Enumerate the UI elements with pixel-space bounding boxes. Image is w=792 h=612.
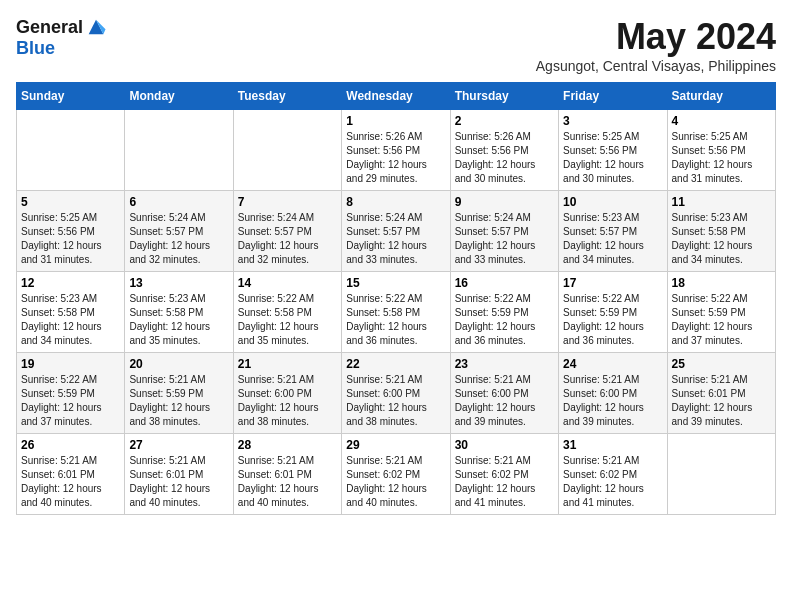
day-info: Sunrise: 5:22 AM Sunset: 5:59 PM Dayligh… — [563, 292, 662, 348]
day-info: Sunrise: 5:21 AM Sunset: 6:00 PM Dayligh… — [346, 373, 445, 429]
day-number: 27 — [129, 438, 228, 452]
day-number: 1 — [346, 114, 445, 128]
calendar-cell: 29Sunrise: 5:21 AM Sunset: 6:02 PM Dayli… — [342, 434, 450, 515]
day-number: 29 — [346, 438, 445, 452]
day-number: 21 — [238, 357, 337, 371]
day-info: Sunrise: 5:21 AM Sunset: 6:02 PM Dayligh… — [563, 454, 662, 510]
day-number: 17 — [563, 276, 662, 290]
column-header-tuesday: Tuesday — [233, 83, 341, 110]
calendar-cell: 2Sunrise: 5:26 AM Sunset: 5:56 PM Daylig… — [450, 110, 558, 191]
calendar-cell: 12Sunrise: 5:23 AM Sunset: 5:58 PM Dayli… — [17, 272, 125, 353]
column-header-sunday: Sunday — [17, 83, 125, 110]
calendar-header-row: SundayMondayTuesdayWednesdayThursdayFrid… — [17, 83, 776, 110]
calendar-cell: 22Sunrise: 5:21 AM Sunset: 6:00 PM Dayli… — [342, 353, 450, 434]
day-info: Sunrise: 5:21 AM Sunset: 6:01 PM Dayligh… — [672, 373, 771, 429]
day-info: Sunrise: 5:26 AM Sunset: 5:56 PM Dayligh… — [455, 130, 554, 186]
day-info: Sunrise: 5:21 AM Sunset: 6:00 PM Dayligh… — [455, 373, 554, 429]
day-number: 30 — [455, 438, 554, 452]
day-info: Sunrise: 5:26 AM Sunset: 5:56 PM Dayligh… — [346, 130, 445, 186]
day-number: 2 — [455, 114, 554, 128]
day-number: 6 — [129, 195, 228, 209]
day-number: 11 — [672, 195, 771, 209]
day-info: Sunrise: 5:23 AM Sunset: 5:58 PM Dayligh… — [129, 292, 228, 348]
day-info: Sunrise: 5:25 AM Sunset: 5:56 PM Dayligh… — [563, 130, 662, 186]
calendar-cell: 28Sunrise: 5:21 AM Sunset: 6:01 PM Dayli… — [233, 434, 341, 515]
day-number: 25 — [672, 357, 771, 371]
column-header-monday: Monday — [125, 83, 233, 110]
calendar-cell: 4Sunrise: 5:25 AM Sunset: 5:56 PM Daylig… — [667, 110, 775, 191]
day-number: 23 — [455, 357, 554, 371]
day-info: Sunrise: 5:22 AM Sunset: 5:58 PM Dayligh… — [346, 292, 445, 348]
day-number: 18 — [672, 276, 771, 290]
day-number: 8 — [346, 195, 445, 209]
day-number: 24 — [563, 357, 662, 371]
day-info: Sunrise: 5:21 AM Sunset: 6:01 PM Dayligh… — [129, 454, 228, 510]
calendar-cell: 30Sunrise: 5:21 AM Sunset: 6:02 PM Dayli… — [450, 434, 558, 515]
column-header-wednesday: Wednesday — [342, 83, 450, 110]
calendar-cell: 26Sunrise: 5:21 AM Sunset: 6:01 PM Dayli… — [17, 434, 125, 515]
day-info: Sunrise: 5:25 AM Sunset: 5:56 PM Dayligh… — [21, 211, 120, 267]
day-number: 7 — [238, 195, 337, 209]
calendar-cell: 27Sunrise: 5:21 AM Sunset: 6:01 PM Dayli… — [125, 434, 233, 515]
day-number: 16 — [455, 276, 554, 290]
calendar-cell: 20Sunrise: 5:21 AM Sunset: 5:59 PM Dayli… — [125, 353, 233, 434]
calendar-cell: 11Sunrise: 5:23 AM Sunset: 5:58 PM Dayli… — [667, 191, 775, 272]
day-info: Sunrise: 5:22 AM Sunset: 5:58 PM Dayligh… — [238, 292, 337, 348]
day-info: Sunrise: 5:25 AM Sunset: 5:56 PM Dayligh… — [672, 130, 771, 186]
day-info: Sunrise: 5:24 AM Sunset: 5:57 PM Dayligh… — [455, 211, 554, 267]
calendar-cell: 3Sunrise: 5:25 AM Sunset: 5:56 PM Daylig… — [559, 110, 667, 191]
day-number: 5 — [21, 195, 120, 209]
day-info: Sunrise: 5:21 AM Sunset: 6:01 PM Dayligh… — [21, 454, 120, 510]
day-number: 10 — [563, 195, 662, 209]
column-header-thursday: Thursday — [450, 83, 558, 110]
calendar-cell: 13Sunrise: 5:23 AM Sunset: 5:58 PM Dayli… — [125, 272, 233, 353]
day-number: 31 — [563, 438, 662, 452]
calendar-week-row: 19Sunrise: 5:22 AM Sunset: 5:59 PM Dayli… — [17, 353, 776, 434]
calendar-cell: 6Sunrise: 5:24 AM Sunset: 5:57 PM Daylig… — [125, 191, 233, 272]
calendar-cell: 8Sunrise: 5:24 AM Sunset: 5:57 PM Daylig… — [342, 191, 450, 272]
day-number: 9 — [455, 195, 554, 209]
calendar-cell: 18Sunrise: 5:22 AM Sunset: 5:59 PM Dayli… — [667, 272, 775, 353]
day-info: Sunrise: 5:23 AM Sunset: 5:58 PM Dayligh… — [21, 292, 120, 348]
logo-blue-text: Blue — [16, 38, 55, 59]
day-info: Sunrise: 5:22 AM Sunset: 5:59 PM Dayligh… — [455, 292, 554, 348]
day-info: Sunrise: 5:21 AM Sunset: 5:59 PM Dayligh… — [129, 373, 228, 429]
calendar-cell: 15Sunrise: 5:22 AM Sunset: 5:58 PM Dayli… — [342, 272, 450, 353]
calendar-cell: 23Sunrise: 5:21 AM Sunset: 6:00 PM Dayli… — [450, 353, 558, 434]
calendar-cell — [233, 110, 341, 191]
day-number: 4 — [672, 114, 771, 128]
calendar-cell: 17Sunrise: 5:22 AM Sunset: 5:59 PM Dayli… — [559, 272, 667, 353]
day-info: Sunrise: 5:24 AM Sunset: 5:57 PM Dayligh… — [238, 211, 337, 267]
day-info: Sunrise: 5:23 AM Sunset: 5:57 PM Dayligh… — [563, 211, 662, 267]
column-header-friday: Friday — [559, 83, 667, 110]
month-title: May 2024 — [536, 16, 776, 58]
calendar-cell: 10Sunrise: 5:23 AM Sunset: 5:57 PM Dayli… — [559, 191, 667, 272]
column-header-saturday: Saturday — [667, 83, 775, 110]
calendar-cell: 24Sunrise: 5:21 AM Sunset: 6:00 PM Dayli… — [559, 353, 667, 434]
logo: General Blue — [16, 16, 107, 59]
calendar-body: 1Sunrise: 5:26 AM Sunset: 5:56 PM Daylig… — [17, 110, 776, 515]
calendar-cell — [17, 110, 125, 191]
day-info: Sunrise: 5:24 AM Sunset: 5:57 PM Dayligh… — [129, 211, 228, 267]
location-title: Agsungot, Central Visayas, Philippines — [536, 58, 776, 74]
calendar-cell: 7Sunrise: 5:24 AM Sunset: 5:57 PM Daylig… — [233, 191, 341, 272]
calendar-cell — [125, 110, 233, 191]
calendar-cell: 16Sunrise: 5:22 AM Sunset: 5:59 PM Dayli… — [450, 272, 558, 353]
calendar-cell: 9Sunrise: 5:24 AM Sunset: 5:57 PM Daylig… — [450, 191, 558, 272]
day-info: Sunrise: 5:22 AM Sunset: 5:59 PM Dayligh… — [21, 373, 120, 429]
day-number: 15 — [346, 276, 445, 290]
day-number: 22 — [346, 357, 445, 371]
calendar-cell: 21Sunrise: 5:21 AM Sunset: 6:00 PM Dayli… — [233, 353, 341, 434]
day-info: Sunrise: 5:24 AM Sunset: 5:57 PM Dayligh… — [346, 211, 445, 267]
day-info: Sunrise: 5:21 AM Sunset: 6:00 PM Dayligh… — [563, 373, 662, 429]
day-number: 3 — [563, 114, 662, 128]
day-number: 19 — [21, 357, 120, 371]
day-info: Sunrise: 5:21 AM Sunset: 6:02 PM Dayligh… — [455, 454, 554, 510]
day-number: 13 — [129, 276, 228, 290]
calendar-cell: 1Sunrise: 5:26 AM Sunset: 5:56 PM Daylig… — [342, 110, 450, 191]
day-info: Sunrise: 5:21 AM Sunset: 6:01 PM Dayligh… — [238, 454, 337, 510]
calendar-cell: 31Sunrise: 5:21 AM Sunset: 6:02 PM Dayli… — [559, 434, 667, 515]
calendar-cell: 25Sunrise: 5:21 AM Sunset: 6:01 PM Dayli… — [667, 353, 775, 434]
calendar-cell — [667, 434, 775, 515]
day-number: 28 — [238, 438, 337, 452]
